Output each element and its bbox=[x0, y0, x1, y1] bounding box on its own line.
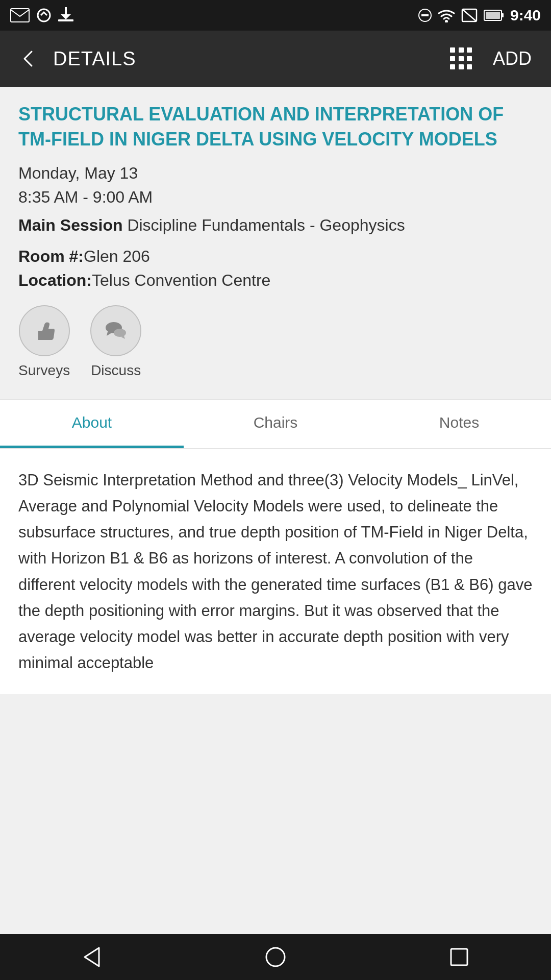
sim-icon bbox=[461, 7, 478, 23]
app-bar-title: DETAILS bbox=[53, 48, 435, 70]
session-label: Main Session bbox=[18, 216, 123, 234]
chat-bubbles-icon bbox=[103, 317, 129, 344]
nav-menu-icon bbox=[448, 946, 470, 968]
wifi-icon bbox=[438, 8, 455, 22]
add-button[interactable]: ADD bbox=[488, 43, 537, 75]
tabs-container: About Chairs Notes 3D Seismic Interpreta… bbox=[0, 399, 551, 694]
tabs-row: About Chairs Notes bbox=[0, 400, 551, 449]
discuss-label: Discuss bbox=[91, 362, 141, 379]
article-time: 8:35 AM - 9:00 AM bbox=[18, 188, 533, 207]
status-bar-icons bbox=[10, 7, 73, 23]
discuss-circle bbox=[90, 305, 141, 356]
article-date: Monday, May 13 bbox=[18, 164, 533, 183]
article-room: Room #:Glen 206 bbox=[18, 247, 533, 266]
svg-point-16 bbox=[266, 948, 285, 966]
tab-about[interactable]: About bbox=[0, 400, 184, 448]
article-title: STRUCTURAL EVALUATION AND INTERPRETATION… bbox=[18, 102, 533, 152]
main-content: STRUCTURAL EVALUATION AND INTERPRETATION… bbox=[0, 87, 551, 379]
svg-marker-4 bbox=[61, 14, 71, 19]
tab-chairs[interactable]: Chairs bbox=[184, 400, 367, 448]
room-value: Glen 206 bbox=[84, 247, 150, 265]
svg-point-14 bbox=[114, 329, 126, 337]
nav-back-button[interactable] bbox=[60, 941, 123, 973]
svg-rect-17 bbox=[451, 949, 467, 965]
svg-rect-11 bbox=[502, 13, 504, 17]
status-bar-right: 9:40 bbox=[418, 7, 541, 24]
location-label: Location: bbox=[18, 271, 92, 289]
status-time: 9:40 bbox=[510, 7, 541, 24]
session-value: Discipline Fundamentals - Geophysics bbox=[123, 216, 405, 234]
nav-home-button[interactable] bbox=[244, 941, 307, 973]
sync-icon bbox=[36, 7, 52, 23]
about-body-text: 3D Seismic Interpretation Method and thr… bbox=[18, 467, 533, 676]
discuss-action[interactable]: Discuss bbox=[90, 305, 141, 379]
svg-rect-2 bbox=[58, 19, 73, 21]
nav-back-icon bbox=[81, 946, 103, 968]
article-location: Location:Telus Convention Centre bbox=[18, 271, 533, 290]
battery-icon bbox=[484, 10, 504, 21]
tab-notes[interactable]: Notes bbox=[367, 400, 551, 448]
nav-home-icon bbox=[264, 946, 287, 968]
bottom-nav bbox=[0, 934, 551, 980]
svg-rect-6 bbox=[421, 14, 429, 16]
stop-icon bbox=[418, 9, 432, 22]
svg-rect-12 bbox=[486, 12, 500, 19]
article-session: Main Session Discipline Fundamentals - G… bbox=[18, 214, 533, 237]
svg-line-9 bbox=[462, 9, 477, 21]
svg-point-7 bbox=[445, 20, 448, 22]
surveys-label: Surveys bbox=[18, 362, 70, 379]
svg-point-1 bbox=[38, 9, 50, 21]
email-icon bbox=[10, 8, 30, 22]
room-label: Room #: bbox=[18, 247, 84, 265]
location-value: Telus Convention Centre bbox=[92, 271, 270, 289]
action-row: Surveys Discuss bbox=[18, 305, 533, 379]
thumbs-up-icon bbox=[31, 317, 58, 344]
surveys-circle bbox=[19, 305, 70, 356]
app-bar: DETAILS ADD bbox=[0, 31, 551, 87]
svg-marker-15 bbox=[85, 948, 99, 966]
tab-about-content: 3D Seismic Interpretation Method and thr… bbox=[0, 449, 551, 694]
status-bar: 9:40 bbox=[0, 0, 551, 31]
download-icon bbox=[58, 7, 73, 23]
grid-menu-button[interactable] bbox=[445, 42, 478, 75]
grid-dots-icon bbox=[450, 47, 472, 70]
nav-menu-button[interactable] bbox=[428, 941, 491, 973]
back-button[interactable] bbox=[14, 44, 43, 73]
surveys-action[interactable]: Surveys bbox=[18, 305, 70, 379]
svg-rect-0 bbox=[11, 9, 29, 22]
